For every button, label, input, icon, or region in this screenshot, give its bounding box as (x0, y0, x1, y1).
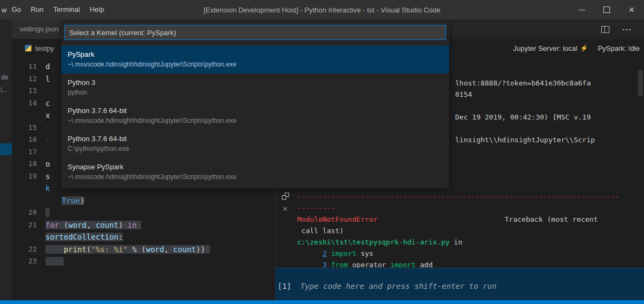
code-line: sortedCollection: (12, 231, 275, 243)
token: ----------------------------------------… (297, 193, 619, 201)
output-line: ----------------------------------------… (297, 191, 644, 202)
token: import (390, 261, 416, 268)
token: word (68, 221, 87, 229)
token: print (64, 245, 87, 254)
code-text: ····print("%s: %i"·%·(word,·count))· (45, 243, 275, 256)
token: linsight\\hdinsightJupyter\\Scrip (455, 136, 595, 144)
title-bar: w Go Run Terminal Help [Extension Develo… (0, 0, 644, 19)
token (378, 215, 505, 223)
token: 2 (323, 249, 327, 257)
token: c (45, 99, 50, 108)
code-text: for·(word,·count)·in· (45, 219, 275, 232)
kernel-option[interactable]: Python 3.7.6 64-bit C:\python\python.exe (61, 130, 449, 158)
code-line: 21 for·(word,·count)·in· (12, 219, 275, 232)
interactive-input-cell[interactable]: [1]Type code here and press shift-enter … (275, 268, 644, 300)
token: · (128, 245, 132, 254)
token: · (45, 123, 50, 132)
tab-settings-json[interactable]: settings.json (12, 19, 66, 39)
token: · (205, 245, 209, 254)
code-text: sortedCollection: (45, 231, 275, 243)
more-actions-icon[interactable]: ··· (622, 25, 632, 34)
token (327, 261, 331, 268)
line-number: 19 (12, 170, 37, 183)
token: --------- (297, 204, 335, 212)
kernel-option[interactable]: PySpark ~\.msvscode.hdinsight\hdinsightJ… (61, 45, 449, 74)
code-line: 23 ···· (12, 255, 275, 268)
token: for (45, 221, 59, 229)
line-number: 11 (12, 61, 37, 73)
output-text: ----------------------------------------… (297, 191, 644, 202)
goto-code-icon[interactable] (282, 193, 289, 200)
token (327, 249, 331, 257)
token: · (45, 208, 50, 217)
token: : (105, 245, 114, 254)
kernel-option-label: Python 3.7.6 64-bit (68, 134, 443, 144)
kernel-option-description: ~\.msvscode.hdinsight\hdinsightJupyter\S… (68, 173, 443, 182)
maximize-button[interactable] (594, 0, 619, 19)
menu-item[interactable]: Run (26, 0, 49, 19)
token: s (45, 172, 50, 181)
kernel-option[interactable]: Python 3 python (61, 74, 449, 102)
jupyter-server-status[interactable]: Jupyter Server: local ⚡ (513, 44, 588, 52)
kernel-status-label: PySpark: Idle (598, 44, 640, 52)
kernel-search-input[interactable] (64, 25, 446, 40)
remove-cell-icon[interactable]: × (283, 204, 288, 213)
strip-selected-row[interactable] (0, 143, 12, 155)
minimize-button[interactable] (569, 0, 594, 19)
kernel-quick-pick: PySpark ~\.msvscode.hdinsight\hdinsightJ… (61, 22, 449, 188)
cell-placeholder-text: Type code here and press shift-enter to … (300, 282, 496, 290)
token: in (450, 238, 462, 246)
kernel-option-description: python (68, 88, 443, 97)
token: · (123, 221, 127, 229)
line-number: 16 (12, 134, 37, 146)
token: ModuleNotFoundError (297, 215, 378, 223)
vscode-window: de i... settings.json testpy 11 d 12 l 1… (0, 0, 644, 304)
token: · (45, 148, 50, 156)
maximize-icon (603, 6, 610, 13)
token: k (45, 184, 50, 193)
kernel-option-description: ~\.msvscode.hdinsight\hdinsightJupyter\S… (68, 60, 443, 69)
token (297, 261, 323, 268)
token: : (119, 233, 123, 241)
token: %i (114, 245, 123, 254)
token: · (91, 221, 95, 229)
jupyter-server-label: Jupyter Server: local (513, 44, 577, 52)
token: ( (141, 245, 146, 254)
output-line: 2 import sys (297, 248, 644, 259)
kernel-option-label: PySpark (68, 50, 443, 60)
kernel-option-label: Python 3 (68, 78, 443, 88)
token: %s (96, 245, 105, 254)
token: Traceback (most recent (505, 215, 598, 223)
token: · (169, 245, 173, 254)
strip-text-fragment: de (1, 74, 8, 81)
line-number: 20 (12, 207, 37, 219)
kernel-status[interactable]: PySpark: Idle (598, 44, 640, 52)
line-number: 21 (12, 219, 37, 232)
output-line: 3 from operator import add (297, 259, 644, 268)
menu-item-fragment[interactable]: w (0, 6, 6, 14)
token: count (96, 221, 119, 229)
token: from (331, 261, 348, 268)
close-icon: × (629, 5, 635, 15)
token: lhost:8888/?token=b641e30bc8a6fa (455, 79, 590, 87)
menu-item[interactable]: Help (85, 0, 109, 19)
close-button[interactable]: × (619, 0, 644, 19)
token: l (45, 75, 50, 83)
kernel-option-label: Python 3.7.6 64-bit (68, 106, 443, 116)
token: 3 (323, 261, 327, 268)
kernel-option[interactable]: Synapse PySpark ~\.msvscode.hdinsight\hd… (61, 158, 449, 186)
menu-item[interactable]: Terminal (49, 0, 85, 19)
output-line: ModuleNotFoundError Traceback (most rece… (297, 214, 644, 225)
split-editor-icon[interactable] (601, 26, 609, 33)
line-number: 15 (12, 122, 37, 134)
kernel-option[interactable]: Python 3.7.6 64-bit ~\.msvscode.hdinsigh… (61, 102, 449, 130)
scrollbar-thumb[interactable] (638, 70, 643, 96)
output-line: c:\zeshi\tst\testpysqprk-hdi-aris.py in (297, 236, 644, 248)
output-text: call last) (297, 225, 644, 236)
token: sys (357, 249, 373, 257)
token: ) (80, 196, 84, 205)
token: )) (196, 245, 205, 254)
menu-item[interactable]: Go (6, 0, 25, 19)
token: ( (64, 221, 68, 229)
token: , (164, 245, 168, 254)
